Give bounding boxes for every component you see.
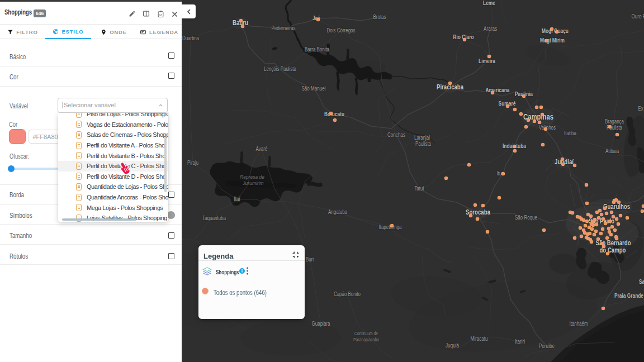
svg-text:Angatuba: Angatuba [328, 209, 347, 215]
svg-text:Itariri: Itariri [515, 339, 525, 345]
svg-text:Itapetininga: Itapetininga [379, 224, 402, 230]
svg-text:Duartina: Duartina [182, 35, 199, 41]
svg-text:Dois Córregos: Dois Córregos [327, 27, 356, 34]
svg-text:Peruíbe: Peruíbe [539, 343, 555, 349]
svg-text:Avaré: Avaré [256, 146, 268, 152]
svg-text:Ouro Fi: Ouro Fi [632, 13, 644, 20]
svg-text:Represa de: Represa de [240, 174, 264, 180]
svg-text:Tatuí: Tatuí [415, 185, 424, 192]
svg-text:Laranjal: Laranjal [414, 135, 430, 141]
svg-text:Atibaia: Atibaia [605, 148, 619, 154]
svg-text:Praia Grande: Praia Grande [614, 292, 643, 299]
svg-text:Taquarituba: Taquarituba [202, 215, 226, 221]
svg-text:Itanhaém: Itanhaém [570, 321, 588, 327]
svg-text:Mogi Mirim: Mogi Mirim [540, 37, 565, 44]
svg-text:Jurumirim: Jurumirim [242, 180, 263, 186]
svg-text:Leme: Leme [483, 0, 495, 6]
svg-text:Piraju: Piraju [187, 160, 198, 166]
svg-text:Guarulhos: Guarulhos [603, 203, 630, 211]
svg-text:Lençóis Paulista: Lençóis Paulista [264, 66, 296, 72]
svg-text:Itu: Itu [497, 170, 502, 177]
svg-text:Limeira: Limeira [479, 58, 495, 64]
svg-text:Capão Bonito: Capão Bonito [334, 291, 361, 297]
svg-text:Botucatu: Botucatu [324, 111, 344, 117]
svg-text:Pederneiras: Pederneiras [272, 25, 296, 31]
svg-text:Bragança: Bragança [605, 118, 624, 125]
svg-text:Miracatu: Miracatu [471, 336, 488, 342]
svg-text:Araras: Araras [484, 26, 497, 32]
svg-text:Continuum de: Continuum de [354, 331, 378, 336]
svg-text:São Manuel: São Manuel [302, 85, 326, 92]
svg-text:Buri: Buri [306, 256, 314, 263]
svg-text:Americana: Americana [486, 87, 510, 93]
svg-text:Juquiá: Juquiá [446, 342, 459, 349]
svg-text:São Roque: São Roque [515, 215, 537, 221]
svg-text:Itatiba: Itatiba [564, 130, 576, 136]
svg-text:Barra Bonita: Barra Bonita [305, 46, 329, 53]
svg-text:Paulista: Paulista [415, 141, 431, 147]
svg-text:Brotas: Brotas [373, 14, 386, 20]
svg-text:Itaí: Itaí [234, 196, 240, 202]
svg-text:Guapiara: Guapiara [312, 321, 330, 327]
svg-text:Mogi Guaçu: Mogi Guaçu [542, 27, 569, 34]
svg-text:Sa: Sa [639, 278, 644, 285]
svg-text:Conchas: Conchas [387, 132, 405, 138]
svg-text:Paranapiacaba: Paranapiacaba [353, 337, 379, 342]
svg-text:Ex: Ex [638, 106, 643, 112]
